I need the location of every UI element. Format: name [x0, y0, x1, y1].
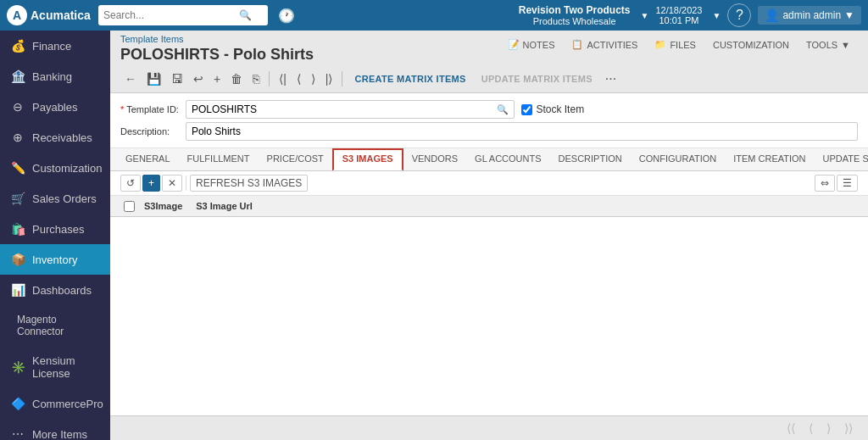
sub-toolbar: ↺ + ✕ REFRESH S3 IMAGES ⇔ ☰ [110, 171, 868, 196]
first-page-button[interactable]: ⟨⟨ [782, 420, 800, 437]
stock-item-label: Stock Item [536, 103, 584, 115]
sidebar-label-more: More Items [32, 428, 87, 441]
last-page-button[interactable]: ⟩⟩ [839, 420, 858, 437]
add-button[interactable]: + [209, 70, 225, 88]
banking-icon: 🏦 [10, 70, 25, 83]
sidebar-item-inventory[interactable]: 📦 Inventory [0, 244, 110, 275]
last-record-button[interactable]: |⟩ [321, 70, 337, 88]
tab-pricecost[interactable]: PRICE/COST [259, 148, 332, 170]
save-close-button[interactable]: 🖫 [167, 70, 187, 88]
main-layout: 💰 Finance 🏦 Banking ⊖ Payables ⊕ Receiva… [0, 31, 868, 440]
prev-page-button[interactable]: ⟨ [804, 420, 818, 437]
sidebar-item-payables[interactable]: ⊖ Payables [0, 92, 110, 122]
tab-configuration[interactable]: CONFIGURATION [631, 148, 725, 170]
activities-button[interactable]: 📋 ACTIVITIES [564, 36, 645, 53]
commercepro-icon: 🔷 [10, 397, 25, 410]
tab-s3images[interactable]: S3 IMAGES [332, 148, 403, 171]
tab-vendors[interactable]: VENDORS [403, 148, 466, 170]
content-area: Template Items POLOSHIRTS - Polo Shirts … [110, 31, 868, 440]
search-bar[interactable]: 🔍 [98, 5, 268, 25]
sidebar-item-magento[interactable]: Magento Connector [0, 305, 110, 346]
tab-updatesettings[interactable]: UPDATE SETTINGS [815, 148, 868, 170]
update-matrix-button[interactable]: UPDATE MATRIX ITEMS [475, 71, 599, 86]
tab-glaccounts[interactable]: GL ACCOUNTS [466, 148, 549, 170]
tools-button[interactable]: TOOLS ▼ [798, 36, 858, 53]
payables-icon: ⊖ [10, 100, 25, 114]
notes-button[interactable]: 📝 NOTES [500, 36, 563, 53]
refresh-s3-button[interactable]: REFRESH S3 IMAGES [190, 175, 308, 192]
page-title: POLOSHIRTS - Polo Shirts [120, 46, 314, 64]
help-button[interactable]: ? [727, 3, 751, 27]
files-label: FILES [670, 40, 696, 50]
stock-item-group: Stock Item [521, 103, 858, 115]
user-menu[interactable]: 👤 admin admin ▼ [758, 6, 861, 25]
copy-button[interactable]: ⎘ [248, 70, 264, 88]
sidebar-item-purchases[interactable]: 🛍️ Purchases [0, 214, 110, 244]
undo-button[interactable]: ↩ [189, 70, 208, 88]
activities-label: ACTIVITIES [587, 40, 637, 50]
more-actions-button[interactable]: ··· [601, 69, 620, 89]
sub-sep [186, 175, 186, 191]
breadcrumb[interactable]: Template Items [120, 34, 314, 44]
sidebar-item-customization[interactable]: ✏️ Customization [0, 153, 110, 183]
next-page-button[interactable]: ⟩ [821, 420, 836, 437]
first-record-button[interactable]: ⟨| [275, 70, 291, 88]
sub-add-button[interactable]: + [142, 175, 160, 192]
sidebar-item-more[interactable]: ⋯ More Items [0, 419, 110, 440]
lookup-icon[interactable]: 🔍 [497, 104, 509, 115]
sidebar-item-sales-orders[interactable]: 🛒 Sales Orders [0, 183, 110, 214]
customization-icon: ✏️ [10, 161, 25, 175]
date-dropdown-icon[interactable]: ▼ [713, 11, 721, 20]
sub-delete-button[interactable]: ✕ [162, 175, 182, 192]
tab-description[interactable]: DESCRIPTION [550, 148, 631, 170]
more-icon: ⋯ [10, 427, 25, 440]
search-input[interactable] [103, 9, 239, 21]
column-config-button[interactable]: ☰ [837, 175, 858, 192]
sub-refresh-button[interactable]: ↺ [120, 175, 141, 192]
customization-top-label: CUSTOMIZATION [713, 40, 789, 50]
date-info[interactable]: 12/18/2023 10:01 PM [655, 5, 702, 25]
delete-button[interactable]: 🗑 [226, 70, 247, 88]
create-matrix-button[interactable]: CREATE MATRIX ITEMS [348, 71, 472, 86]
template-id-input[interactable] [192, 103, 498, 115]
select-all-checkbox[interactable] [124, 201, 135, 212]
sidebar-item-dashboards[interactable]: 📊 Dashboards [0, 275, 110, 305]
files-button[interactable]: 📁 FILES [647, 36, 704, 53]
revision-info[interactable]: Revision Two Products Products Wholesale [519, 4, 631, 26]
template-id-field[interactable]: 🔍 [186, 100, 515, 119]
sidebar-item-receivables[interactable]: ⊕ Receivables [0, 122, 110, 153]
sidebar-item-banking[interactable]: 🏦 Banking [0, 61, 110, 92]
dashboards-icon: 📊 [10, 283, 25, 297]
time-text: 10:01 PM [659, 15, 698, 25]
prev-record-button[interactable]: ⟨ [292, 70, 305, 88]
stock-item-checkbox[interactable] [521, 104, 532, 115]
sidebar-item-finance[interactable]: 💰 Finance [0, 31, 110, 61]
main-toolbar: ← 💾 🖫 ↩ + 🗑 ⎘ ⟨| ⟨ ⟩ |⟩ CREATE MATRIX IT… [110, 65, 868, 93]
sidebar-label-magento: Magento Connector [17, 314, 100, 337]
sidebar-label-purchases: Purchases [32, 223, 84, 236]
customization-button[interactable]: CUSTOMIZATION [705, 36, 797, 53]
grid-area: S3Image S3 Image Url [110, 196, 868, 415]
history-button[interactable]: 🕐 [275, 6, 298, 25]
col-header-s3imageurl: S3 Image Url [189, 199, 858, 213]
tab-general[interactable]: GENERAL [117, 148, 179, 170]
sidebar-item-commercepro[interactable]: 🔷 CommercePro [0, 388, 110, 419]
tab-bar: GENERAL FULFILLMENT PRICE/COST S3 IMAGES… [110, 148, 868, 171]
user-label: admin admin [782, 9, 841, 21]
description-input[interactable] [192, 125, 852, 137]
sales-orders-icon: 🛒 [10, 192, 25, 205]
save-button[interactable]: 💾 [142, 70, 165, 88]
sidebar-label-finance: Finance [32, 40, 71, 53]
back-button[interactable]: ← [120, 70, 141, 88]
description-field[interactable] [186, 122, 858, 141]
search-icon: 🔍 [239, 9, 252, 21]
sidebar-item-kensium[interactable]: ✳️ Kensium License [0, 346, 110, 388]
fit-columns-button[interactable]: ⇔ [815, 175, 835, 192]
top-nav: A Acumatica 🔍 🕐 Revision Two Products Pr… [0, 0, 868, 31]
next-record-button[interactable]: ⟩ [307, 70, 320, 88]
tab-itemcreation[interactable]: ITEM CREATION [725, 148, 814, 170]
revision-dropdown-icon[interactable]: ▼ [641, 11, 649, 20]
finance-icon: 💰 [10, 39, 25, 53]
tab-fulfillment[interactable]: FULFILLMENT [179, 148, 259, 170]
grid-body [110, 217, 868, 387]
